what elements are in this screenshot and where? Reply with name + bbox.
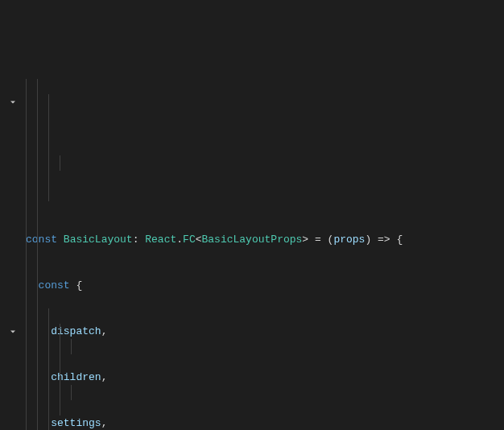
code-line: settings,	[23, 416, 504, 430]
code-area[interactable]: const BasicLayout: React.FC<BasicLayoutP…	[23, 61, 504, 430]
chevron-down-icon[interactable]	[8, 97, 18, 107]
code-line: const BasicLayout: React.FC<BasicLayoutP…	[23, 232, 504, 247]
code-line: children,	[23, 370, 504, 385]
fold-gutter	[0, 61, 23, 430]
code-line: const {	[23, 278, 504, 293]
code-editor[interactable]: const BasicLayout: React.FC<BasicLayoutP…	[0, 61, 504, 430]
chevron-down-icon[interactable]	[8, 327, 18, 337]
code-line: dispatch,	[23, 324, 504, 339]
